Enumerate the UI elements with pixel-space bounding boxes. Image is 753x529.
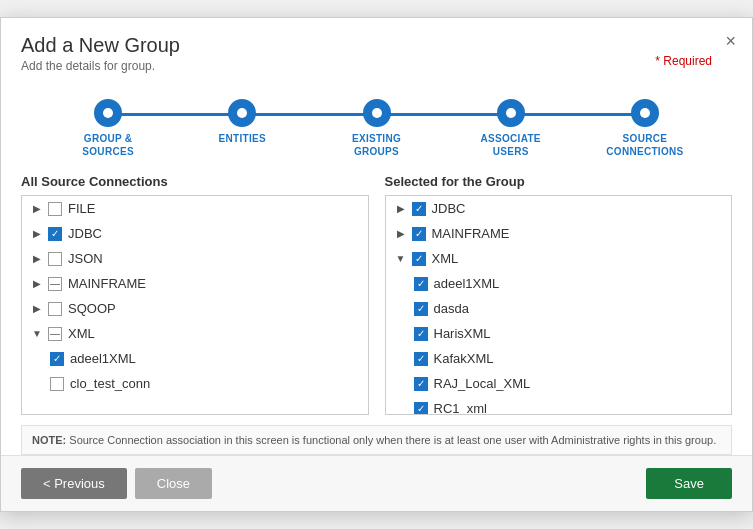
checkbox-raj-r[interactable]: ✓	[414, 377, 428, 391]
list-item[interactable]: ▶ FILE	[22, 196, 368, 221]
list-item[interactable]: ✓ dasda	[386, 296, 732, 321]
left-panel-title: All Source Connections	[21, 174, 369, 189]
step-circle-1	[94, 99, 122, 127]
list-item[interactable]: ▼ ✓ XML	[386, 246, 732, 271]
checkbox-mainframe-r[interactable]: ✓	[412, 227, 426, 241]
item-label-clo-test: clo_test_conn	[70, 376, 150, 391]
list-item[interactable]: ▶ ✓ JDBC	[386, 196, 732, 221]
checkbox-adeel1xml[interactable]: ✓	[50, 352, 64, 366]
checkbox-rc1-r[interactable]: ✓	[414, 402, 428, 416]
item-label-xml: XML	[68, 326, 95, 341]
item-label-jdbc: JDBC	[68, 226, 102, 241]
item-label-harisxml-r: HarisXML	[434, 326, 491, 341]
checkbox-jdbc-r[interactable]: ✓	[412, 202, 426, 216]
list-item[interactable]: clo_test_conn	[22, 371, 368, 396]
item-label-dasda-r: dasda	[434, 301, 469, 316]
arrow-right-icon: ▶	[30, 202, 44, 216]
step-item-source-connections[interactable]: SOURCE CONNECTIONS	[578, 99, 712, 158]
checkbox-adeel1xml-r[interactable]: ✓	[414, 277, 428, 291]
arrow-right-icon: ▶	[394, 227, 408, 241]
checkbox-kafakxml-r[interactable]: ✓	[414, 352, 428, 366]
list-item[interactable]: ▼ — XML	[22, 321, 368, 346]
checkbox-sqoop[interactable]	[48, 302, 62, 316]
modal-subtitle: Add the details for group.	[21, 59, 732, 73]
item-label-xml-r: XML	[432, 251, 459, 266]
checkbox-dasda-r[interactable]: ✓	[414, 302, 428, 316]
list-item[interactable]: ✓ RAJ_Local_XML	[386, 371, 732, 396]
arrow-down-icon: ▼	[394, 252, 408, 266]
right-list-box[interactable]: ▶ ✓ JDBC ▶ ✓ MAINFRAME ▼ ✓ XML	[385, 195, 733, 415]
close-button[interactable]: ×	[725, 32, 736, 50]
modal-header: Add a New Group Add the details for grou…	[1, 18, 752, 83]
close-footer-button[interactable]: Close	[135, 468, 212, 499]
arrow-right-icon: ▶	[30, 302, 44, 316]
list-item[interactable]: ✓ adeel1XML	[22, 346, 368, 371]
arrow-right-icon: ▶	[394, 202, 408, 216]
step-dot-3	[372, 108, 382, 118]
add-group-modal: Add a New Group Add the details for grou…	[0, 17, 753, 512]
left-list-box[interactable]: ▶ FILE ▶ ✓ JDBC ▶ JSON	[21, 195, 369, 415]
note-text: Source Connection association in this sc…	[66, 434, 716, 446]
save-button[interactable]: Save	[646, 468, 732, 499]
step-label-1: GROUP & SOURCES	[68, 132, 148, 158]
item-label-adeel1xml-r: adeel1XML	[434, 276, 500, 291]
step-dot-2	[237, 108, 247, 118]
item-label-sqoop: SQOOP	[68, 301, 116, 316]
checkbox-jdbc[interactable]: ✓	[48, 227, 62, 241]
stepper-steps: GROUP & SOURCES ENTITIES EXISTING GROUPS	[41, 99, 712, 158]
step-item-associate-users[interactable]: ASSOCIATE USERS	[444, 99, 578, 158]
arrow-down-icon: ▼	[30, 327, 44, 341]
item-label-adeel1xml: adeel1XML	[70, 351, 136, 366]
list-item[interactable]: ▶ — MAINFRAME	[22, 271, 368, 296]
arrow-right-icon: ▶	[30, 227, 44, 241]
checkbox-file[interactable]	[48, 202, 62, 216]
step-dot-5	[640, 108, 650, 118]
step-circle-5	[631, 99, 659, 127]
modal-title: Add a New Group	[21, 34, 732, 57]
step-item-group-sources[interactable]: GROUP & SOURCES	[41, 99, 175, 158]
step-dot-4	[506, 108, 516, 118]
lists-area: All Source Connections ▶ FILE ▶ ✓ JDBC	[21, 174, 732, 415]
item-label-file: FILE	[68, 201, 95, 216]
list-item[interactable]: ▶ SQOOP	[22, 296, 368, 321]
step-label-2: ENTITIES	[219, 132, 266, 145]
checkbox-clo-test[interactable]	[50, 377, 64, 391]
list-item[interactable]: ✓ HarisXML	[386, 321, 732, 346]
list-item[interactable]: ▶ JSON	[22, 246, 368, 271]
modal-body: All Source Connections ▶ FILE ▶ ✓ JDBC	[1, 174, 752, 455]
item-label-mainframe: MAINFRAME	[68, 276, 146, 291]
right-panel-title: Selected for the Group	[385, 174, 733, 189]
checkbox-harisxml-r[interactable]: ✓	[414, 327, 428, 341]
checkbox-xml[interactable]: —	[48, 327, 62, 341]
item-label-rc1-r: RC1_xml	[434, 401, 487, 415]
step-item-entities[interactable]: ENTITIES	[175, 99, 309, 145]
note-prefix: NOTE:	[32, 434, 66, 446]
list-item[interactable]: ▶ ✓ JDBC	[22, 221, 368, 246]
step-label-5: SOURCE CONNECTIONS	[605, 132, 685, 158]
step-item-existing-groups[interactable]: EXISTING GROUPS	[309, 99, 443, 158]
item-label-raj-r: RAJ_Local_XML	[434, 376, 531, 391]
item-label-jdbc-r: JDBC	[432, 201, 466, 216]
step-dot-1	[103, 108, 113, 118]
previous-button[interactable]: < Previous	[21, 468, 127, 499]
checkbox-json[interactable]	[48, 252, 62, 266]
right-panel: Selected for the Group ▶ ✓ JDBC ▶ ✓ MAIN…	[385, 174, 733, 415]
item-label-mainframe-r: MAINFRAME	[432, 226, 510, 241]
item-label-kafakxml-r: KafakXML	[434, 351, 494, 366]
left-panel: All Source Connections ▶ FILE ▶ ✓ JDBC	[21, 174, 369, 415]
stepper: GROUP & SOURCES ENTITIES EXISTING GROUPS	[41, 99, 712, 158]
list-item[interactable]: ▶ ✓ MAINFRAME	[386, 221, 732, 246]
stepper-area: GROUP & SOURCES ENTITIES EXISTING GROUPS	[1, 83, 752, 174]
arrow-right-icon: ▶	[30, 277, 44, 291]
step-label-4: ASSOCIATE USERS	[471, 132, 551, 158]
step-circle-4	[497, 99, 525, 127]
list-item[interactable]: ✓ RC1_xml	[386, 396, 732, 415]
item-label-json: JSON	[68, 251, 103, 266]
step-circle-3	[363, 99, 391, 127]
checkbox-mainframe[interactable]: —	[48, 277, 62, 291]
list-item[interactable]: ✓ adeel1XML	[386, 271, 732, 296]
modal-footer: < Previous Close Save	[1, 455, 752, 511]
checkbox-xml-r[interactable]: ✓	[412, 252, 426, 266]
list-item[interactable]: ✓ KafakXML	[386, 346, 732, 371]
step-label-3: EXISTING GROUPS	[337, 132, 417, 158]
